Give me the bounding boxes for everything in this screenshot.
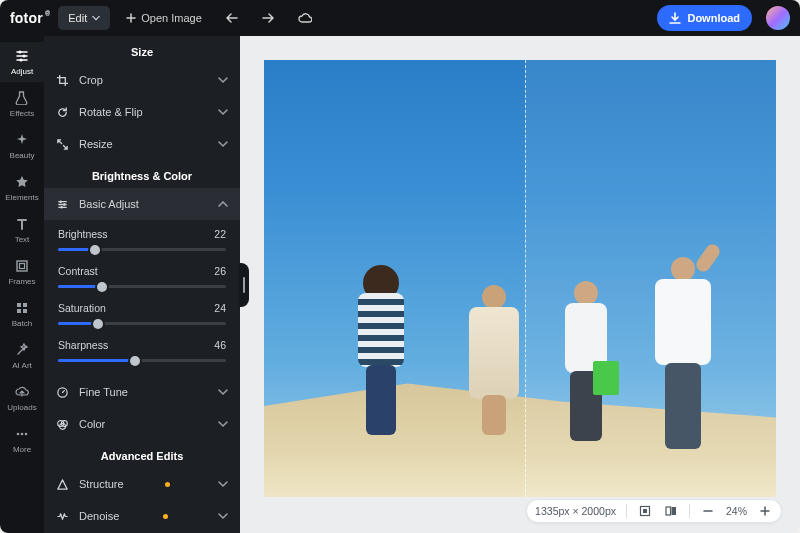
zoom-out-button[interactable] [700,503,716,519]
badge-amber [165,482,170,487]
slider-fill [58,322,98,325]
compare-button[interactable] [663,503,679,519]
redo-button[interactable] [254,6,282,30]
fit-screen-button[interactable] [637,503,653,519]
arrow-left-icon [226,13,238,23]
fine-tune-label: Fine Tune [79,386,128,398]
edit-dropdown[interactable]: Edit [58,6,110,30]
chevron-down-icon [218,479,228,489]
svg-point-0 [18,50,21,53]
slider-fill [58,285,102,288]
slider-saturation[interactable]: Saturation24 [44,294,240,331]
rail-label: Frames [8,277,35,286]
row-label: Resize [79,138,113,150]
rail-item-frames[interactable]: Frames [0,252,44,292]
slider-brightness[interactable]: Brightness22 [44,220,240,257]
status-bar: 1335px × 2000px 24% [526,499,782,523]
rail-label: Text [15,235,30,244]
zoom-in-button[interactable] [757,503,773,519]
svg-rect-6 [23,303,27,307]
row-denoise[interactable]: Denoise [44,500,240,532]
rail-item-adjust[interactable]: Adjust [0,42,44,82]
slider-label: Brightness [58,228,108,240]
section-title-brightness-color: Brightness & Color [44,160,240,188]
registered-icon: ® [45,10,50,17]
rail-item-batch[interactable]: Batch [0,294,44,334]
slider-track[interactable] [58,285,226,288]
slider-track[interactable] [58,322,226,325]
undo-button[interactable] [218,6,246,30]
frame-icon [14,258,30,274]
row-structure[interactable]: Structure [44,468,240,500]
slider-thumb[interactable] [130,356,140,366]
rail-label: Effects [10,109,34,118]
chevron-down-icon [218,387,228,397]
rail-item-ai-art[interactable]: AI Art [0,336,44,376]
slider-thumb[interactable] [97,282,107,292]
brand-logo[interactable]: fotor® [10,10,50,26]
row-label: Denoise [79,510,119,522]
svg-point-10 [21,433,24,436]
svg-point-12 [59,200,61,202]
slider-track[interactable] [58,359,226,362]
compare-overlay [525,60,776,497]
figure-1 [346,245,416,445]
slider-label: Contrast [58,265,98,277]
dial-icon [56,386,69,399]
panel-collapse-handle[interactable] [239,263,249,307]
slider-thumb[interactable] [90,245,100,255]
user-avatar[interactable] [766,6,790,30]
svg-point-13 [63,203,65,205]
zoom-percent: 24% [726,505,747,517]
chevron-down-icon [92,14,100,22]
rail-item-elements[interactable]: Elements [0,168,44,208]
denoise-icon [56,510,69,523]
rail-label: Batch [12,319,32,328]
star-icon [14,174,30,190]
image-canvas[interactable] [264,60,776,497]
badge-amber [163,514,168,519]
rail-item-effects[interactable]: Effects [0,84,44,124]
svg-rect-4 [20,264,25,269]
rail-item-text[interactable]: Text [0,210,44,250]
slider-contrast[interactable]: Contrast26 [44,257,240,294]
canvas-area: 1335px × 2000px 24% [240,36,800,533]
rail-item-beauty[interactable]: Beauty [0,126,44,166]
rail-item-more[interactable]: More [0,420,44,460]
edit-label: Edit [68,12,87,24]
sliders-icon [14,48,30,64]
rotate-icon [56,106,69,119]
row-rotate[interactable]: Rotate & Flip [44,96,240,128]
row-label: Crop [79,74,103,86]
row-resize[interactable]: Resize [44,128,240,160]
slider-thumb[interactable] [93,319,103,329]
section-title-advanced: Advanced Edits [44,440,240,468]
row-crop[interactable]: Crop [44,64,240,96]
cloud-up-icon [14,384,30,400]
slider-value: 22 [214,228,226,240]
download-icon [669,12,681,24]
svg-point-9 [17,433,20,436]
section-title-size: Size [44,36,240,64]
sparkle-icon [14,132,30,148]
slider-label: Saturation [58,302,106,314]
rail-item-uploads[interactable]: Uploads [0,378,44,418]
download-button[interactable]: Download [657,5,752,31]
cloud-button[interactable] [290,6,320,30]
slider-value: 24 [214,302,226,314]
slider-track[interactable] [58,248,226,251]
chevron-down-icon [218,419,228,429]
figure-2 [459,245,529,445]
color-label: Color [79,418,105,430]
row-color[interactable]: Color [44,408,240,440]
svg-rect-5 [17,303,21,307]
row-basic-adjust[interactable]: Basic Adjust [44,188,240,220]
row-fine-tune[interactable]: Fine Tune [44,376,240,408]
chevron-down-icon [218,511,228,521]
open-image-button[interactable]: Open Image [118,6,210,30]
slider-sharpness[interactable]: Sharpness46 [44,331,240,368]
text-icon [14,216,30,232]
plus-icon [126,13,136,23]
topbar: fotor® Edit Open Image [0,0,800,36]
compare-split-line[interactable] [525,60,526,497]
